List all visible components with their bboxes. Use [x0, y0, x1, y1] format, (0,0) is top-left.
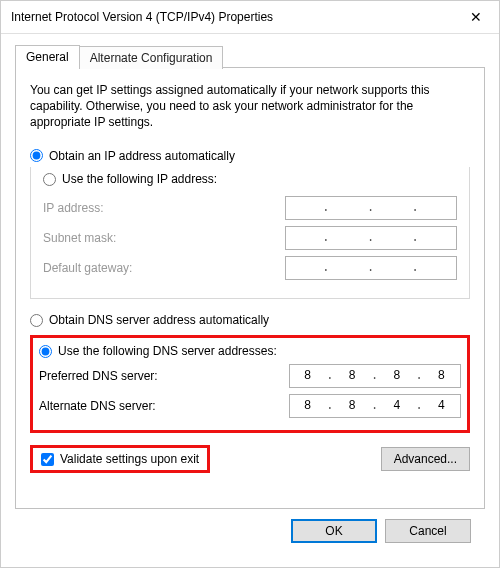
default-gateway-input: ...	[285, 256, 457, 280]
radio-use-ip-manual-input[interactable]	[43, 173, 56, 186]
advanced-button[interactable]: Advanced...	[381, 447, 470, 471]
titlebar: Internet Protocol Version 4 (TCP/IPv4) P…	[1, 1, 499, 34]
dns-manual-highlight: Use the following DNS server addresses: …	[30, 335, 470, 433]
radio-obtain-dns-auto[interactable]: Obtain DNS server address automatically	[30, 313, 470, 327]
close-icon[interactable]: ✕	[453, 1, 499, 33]
ip-address-input: ...	[285, 196, 457, 220]
validate-checkbox[interactable]	[41, 453, 54, 466]
subnet-mask-input: ...	[285, 226, 457, 250]
dialog-footer: OK Cancel	[15, 509, 485, 553]
dialog-body: General Alternate Configuration You can …	[1, 34, 499, 567]
window-title: Internet Protocol Version 4 (TCP/IPv4) P…	[11, 10, 453, 24]
radio-use-dns-manual[interactable]: Use the following DNS server addresses:	[39, 344, 461, 358]
tab-panel-general: You can get IP settings assigned automat…	[15, 67, 485, 509]
validate-checkbox-row[interactable]: Validate settings upon exit	[41, 452, 199, 466]
ok-button[interactable]: OK	[291, 519, 377, 543]
alternate-dns-label: Alternate DNS server:	[39, 399, 289, 413]
radio-obtain-dns-auto-label: Obtain DNS server address automatically	[49, 313, 269, 327]
intro-text: You can get IP settings assigned automat…	[30, 82, 470, 131]
radio-use-dns-manual-label: Use the following DNS server addresses:	[58, 344, 277, 358]
bottom-row: Validate settings upon exit Advanced...	[30, 445, 470, 473]
radio-use-ip-manual-label: Use the following IP address:	[62, 172, 217, 186]
tab-general[interactable]: General	[15, 45, 80, 68]
preferred-dns-label: Preferred DNS server:	[39, 369, 289, 383]
alternate-dns-input[interactable]: 8. 8. 4. 4	[289, 394, 461, 418]
radio-obtain-dns-auto-input[interactable]	[30, 314, 43, 327]
validate-checkbox-label: Validate settings upon exit	[60, 452, 199, 466]
radio-obtain-ip-auto[interactable]: Obtain an IP address automatically	[30, 149, 470, 163]
validate-highlight: Validate settings upon exit	[30, 445, 210, 473]
radio-use-ip-manual[interactable]: Use the following IP address:	[43, 172, 223, 186]
ip-address-label: IP address:	[43, 201, 285, 215]
radio-obtain-ip-auto-label: Obtain an IP address automatically	[49, 149, 235, 163]
dialog-window: Internet Protocol Version 4 (TCP/IPv4) P…	[0, 0, 500, 568]
ip-manual-group: Use the following IP address: IP address…	[30, 167, 470, 300]
radio-use-dns-manual-input[interactable]	[39, 345, 52, 358]
default-gateway-label: Default gateway:	[43, 261, 285, 275]
subnet-mask-label: Subnet mask:	[43, 231, 285, 245]
radio-obtain-ip-auto-input[interactable]	[30, 149, 43, 162]
tab-strip: General Alternate Configuration	[15, 44, 485, 68]
tab-alternate-configuration[interactable]: Alternate Configuration	[79, 46, 224, 69]
cancel-button[interactable]: Cancel	[385, 519, 471, 543]
preferred-dns-input[interactable]: 8. 8. 8. 8	[289, 364, 461, 388]
